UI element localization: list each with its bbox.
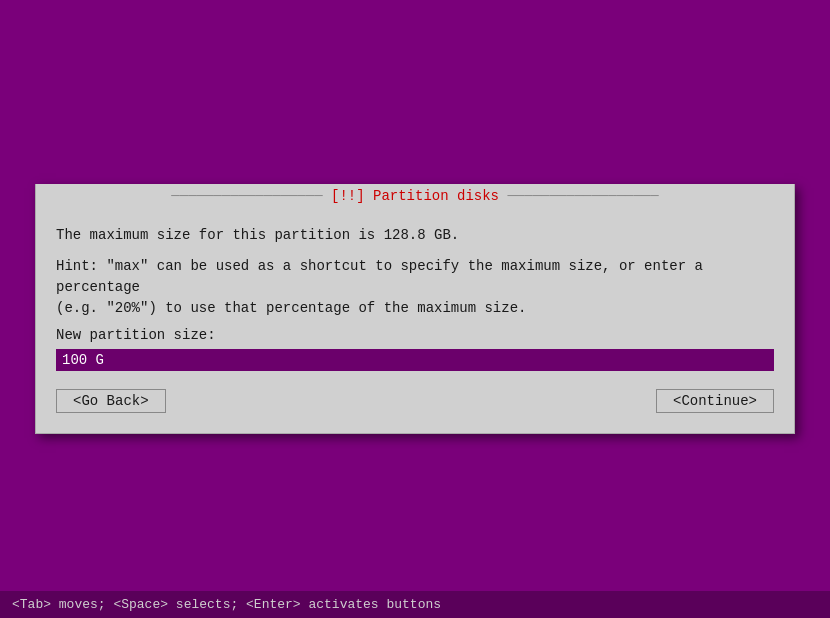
- title-border-right: ──────────────────: [507, 188, 658, 204]
- dialog-window: ────────────────── [!!] Partition disks …: [35, 184, 795, 434]
- continue-button[interactable]: <Continue>: [656, 389, 774, 413]
- status-bar: <Tab> moves; <Space> selects; <Enter> ac…: [0, 591, 830, 618]
- button-row: <Go Back> <Continue>: [56, 389, 774, 413]
- go-back-button[interactable]: <Go Back>: [56, 389, 166, 413]
- hint-line: Hint: "max" can be used as a shortcut to…: [56, 256, 774, 319]
- input-label: New partition size:: [56, 327, 774, 343]
- hint-line-2: (e.g. "20%") to use that percentage of t…: [56, 300, 526, 316]
- dialog-title-prefix: [!!]: [331, 188, 365, 204]
- dialog-body: The maximum size for this partition is 1…: [36, 209, 794, 433]
- status-bar-text: <Tab> moves; <Space> selects; <Enter> ac…: [12, 597, 441, 612]
- dialog-title-text: Partition disks: [373, 188, 507, 204]
- title-border-left: ──────────────────: [171, 188, 322, 204]
- max-size-line: The maximum size for this partition is 1…: [56, 225, 774, 246]
- dialog-titlebar: ────────────────── [!!] Partition disks …: [36, 184, 794, 208]
- hint-line-1: Hint: "max" can be used as a shortcut to…: [56, 258, 703, 295]
- info-text: The maximum size for this partition is 1…: [56, 225, 774, 319]
- partition-size-input[interactable]: [56, 349, 774, 371]
